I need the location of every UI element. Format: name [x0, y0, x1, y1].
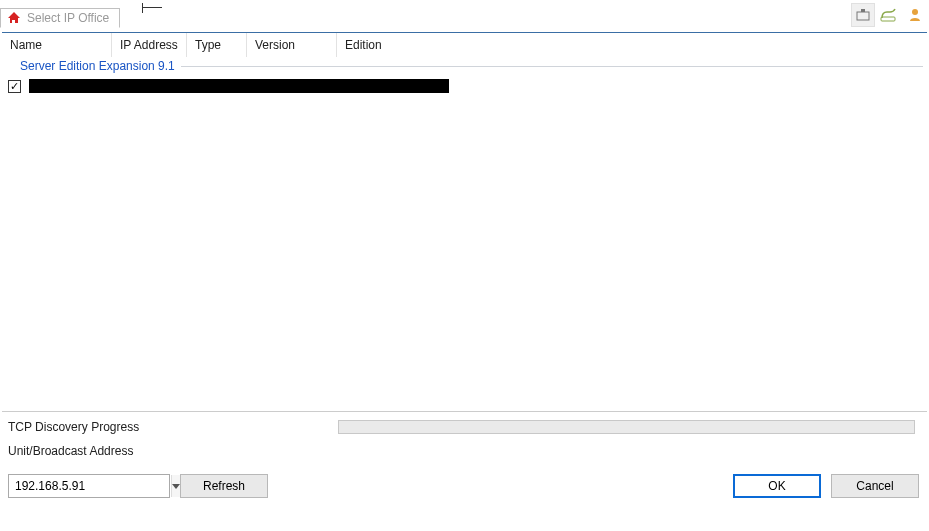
house-icon — [7, 11, 21, 25]
group-label[interactable]: Server Edition Expansion 9.1 — [20, 59, 175, 73]
keyboard-icon[interactable] — [877, 3, 901, 27]
progress-bar — [338, 420, 915, 434]
svg-rect-1 — [857, 12, 869, 20]
item-checkbox[interactable] — [8, 80, 21, 93]
col-ip-address[interactable]: IP Address — [112, 33, 187, 57]
group-row: Server Edition Expansion 9.1 — [2, 57, 927, 75]
svg-point-4 — [912, 9, 918, 15]
ok-button[interactable]: OK — [733, 474, 821, 498]
svg-rect-2 — [861, 9, 865, 12]
user-icon[interactable] — [903, 3, 927, 27]
progress-label: TCP Discovery Progress — [8, 420, 188, 434]
device-list: Name IP Address Type Version Edition Ser… — [2, 32, 927, 411]
column-headers: Name IP Address Type Version Edition — [2, 33, 927, 57]
chevron-down-icon[interactable] — [171, 475, 180, 497]
ruler-tick — [130, 1, 160, 32]
col-edition[interactable]: Edition — [337, 33, 927, 57]
cancel-button[interactable]: Cancel — [831, 474, 919, 498]
svg-rect-0 — [12, 20, 14, 23]
progress-row: TCP Discovery Progress — [8, 420, 921, 434]
toolbar-button-1[interactable] — [851, 3, 875, 27]
select-ip-office-tab[interactable]: Select IP Office — [0, 8, 120, 28]
controls-row: Refresh OK Cancel — [8, 474, 921, 498]
tab-label: Select IP Office — [27, 11, 109, 25]
svg-rect-3 — [881, 17, 895, 21]
left-controls: Refresh — [8, 474, 268, 498]
list-item[interactable] — [2, 77, 927, 95]
top-bar: Select IP Office — [0, 0, 929, 32]
broadcast-address-combo[interactable] — [8, 474, 170, 498]
toolbar-icons — [851, 0, 927, 30]
refresh-button[interactable]: Refresh — [180, 474, 268, 498]
item-name-redacted — [29, 79, 449, 93]
broadcast-address-input[interactable] — [9, 475, 171, 497]
right-buttons: OK Cancel — [733, 474, 919, 498]
bottom-panel: TCP Discovery Progress Unit/Broadcast Ad… — [2, 411, 927, 531]
broadcast-label: Unit/Broadcast Address — [8, 444, 921, 458]
col-name[interactable]: Name — [2, 33, 112, 57]
col-type[interactable]: Type — [187, 33, 247, 57]
col-version[interactable]: Version — [247, 33, 337, 57]
group-divider — [181, 66, 923, 67]
